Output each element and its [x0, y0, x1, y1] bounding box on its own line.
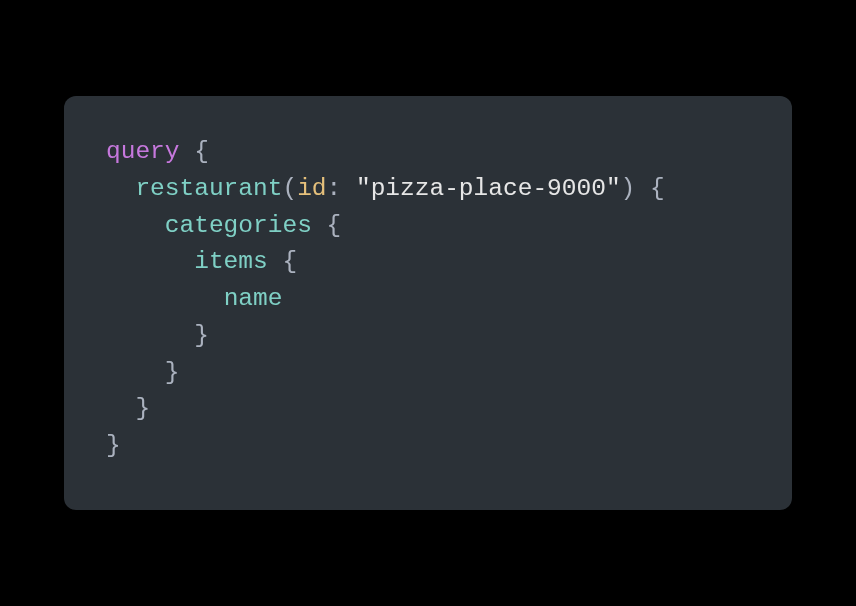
token-colon: :	[327, 175, 356, 202]
token-indent	[106, 175, 135, 202]
token-brace: }	[135, 395, 150, 422]
token-indent	[106, 285, 224, 312]
token-brace: }	[194, 322, 209, 349]
token-field: categories	[165, 212, 312, 239]
token-paren: )	[621, 175, 636, 202]
token-field: name	[224, 285, 283, 312]
token-indent	[106, 359, 165, 386]
token-indent	[106, 322, 194, 349]
token-paren: (	[282, 175, 297, 202]
token-keyword: query	[106, 138, 180, 165]
token-string: "pizza-place-9000"	[356, 175, 621, 202]
token-indent	[106, 248, 194, 275]
code-block: query { restaurant(id: "pizza-place-9000…	[64, 96, 792, 510]
token-brace: {	[635, 175, 664, 202]
token-brace: {	[180, 138, 209, 165]
token-brace: {	[312, 212, 341, 239]
token-indent	[106, 212, 165, 239]
token-brace: }	[106, 432, 121, 459]
token-indent	[106, 395, 135, 422]
token-field: restaurant	[135, 175, 282, 202]
token-param: id	[297, 175, 326, 202]
token-field: items	[194, 248, 268, 275]
code-content: query { restaurant(id: "pizza-place-9000…	[106, 134, 750, 465]
token-brace: {	[268, 248, 297, 275]
token-brace: }	[165, 359, 180, 386]
